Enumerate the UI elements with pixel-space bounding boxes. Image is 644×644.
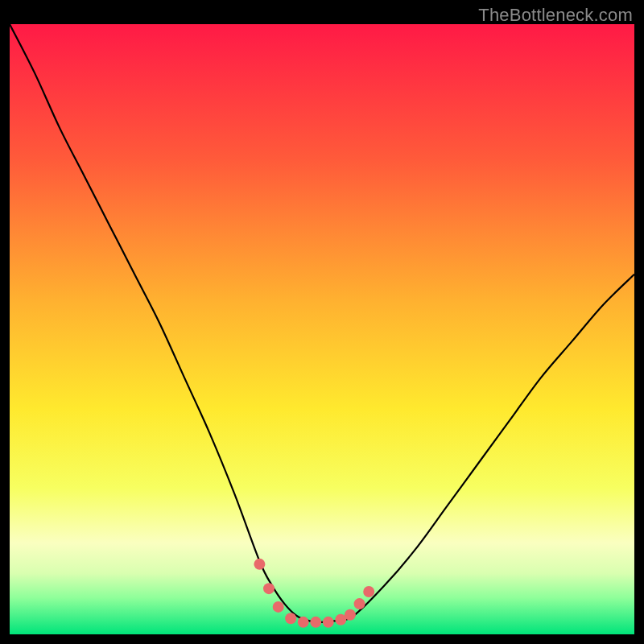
- gradient-background: [10, 24, 634, 634]
- watermark: TheBottleneck.com: [478, 5, 633, 26]
- chart-frame: [10, 24, 634, 634]
- marker-dot: [298, 617, 309, 628]
- marker-dot: [310, 617, 321, 628]
- bottleneck-chart: [10, 24, 634, 634]
- marker-dot: [354, 598, 365, 609]
- marker-dot: [285, 613, 296, 624]
- marker-dot: [263, 583, 275, 594]
- marker-dot: [254, 559, 265, 570]
- marker-dot: [363, 586, 374, 597]
- marker-dot: [323, 617, 334, 628]
- marker-dot: [345, 609, 356, 621]
- marker-dot: [273, 601, 284, 613]
